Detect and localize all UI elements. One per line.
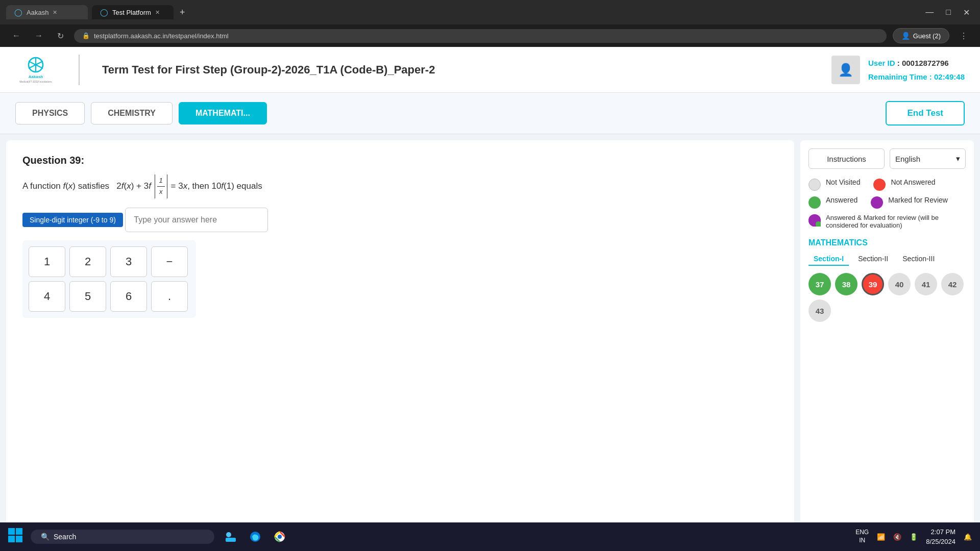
section-tab-II[interactable]: Section-II bbox=[853, 253, 893, 266]
user-info: 👤 User ID : 00012872796 Remaining Time :… bbox=[831, 56, 965, 84]
numpad-dot[interactable]: . bbox=[151, 281, 188, 312]
taskbar-right: ENGIN 📶 🔇 🔋 2:07 PM 8/25/2024 🔔 bbox=[855, 527, 972, 547]
question-number: Question 39: bbox=[22, 155, 778, 166]
taskbar: 🔍 Search ENGIN 📶 🔇 🔋 2:07 PM 8/25/2024 bbox=[0, 522, 980, 551]
question-text: A function f(x) satisfies 2f(x) + 3f 1 x… bbox=[22, 174, 778, 198]
tab-chemistry[interactable]: CHEMISTRY bbox=[91, 102, 173, 124]
legend-answered-marked: Answered & Marked for review (will be co… bbox=[808, 214, 966, 229]
language-indicator: ENGIN bbox=[855, 529, 869, 544]
q-btn-42[interactable]: 42 bbox=[941, 273, 964, 295]
section-tab-I[interactable]: Section-I bbox=[808, 253, 849, 266]
svg-point-12 bbox=[226, 532, 231, 537]
svg-rect-8 bbox=[8, 528, 15, 535]
user-details: User ID : 00012872796 Remaining Time : 0… bbox=[868, 56, 965, 84]
q-btn-43[interactable]: 43 bbox=[808, 299, 831, 322]
menu-button[interactable]: ⋮ bbox=[955, 29, 972, 43]
not-answered-icon bbox=[873, 179, 886, 191]
legend-answered: Answered Marked for Review bbox=[808, 196, 966, 209]
answer-input[interactable] bbox=[125, 208, 268, 232]
taskbar-edge[interactable] bbox=[247, 529, 263, 545]
marked-icon bbox=[871, 196, 883, 209]
time-display: 2:07 PM 8/25/2024 bbox=[926, 527, 955, 547]
browser-titlebar: ◯ Aakash ✕ ◯ Test Platform ✕ + — □ ✕ bbox=[0, 0, 980, 24]
taskbar-gallery[interactable] bbox=[223, 529, 239, 545]
q-btn-38[interactable]: 38 bbox=[835, 273, 857, 295]
address-bar[interactable]: 🔒 testplatform.aakash.ac.in/testpanel/in… bbox=[74, 29, 887, 43]
svg-rect-11 bbox=[16, 536, 22, 542]
section-title: MATHEMATICS bbox=[808, 238, 966, 247]
battery-icon: 🔋 bbox=[910, 533, 918, 541]
app-header: Aakash Medical|IIT-JEE|Foundations Term … bbox=[0, 47, 980, 93]
profile-button[interactable]: 👤 Guest (2) bbox=[893, 28, 949, 43]
back-button[interactable]: ← bbox=[8, 29, 24, 42]
question-grid: 37 38 39 40 41 42 43 bbox=[808, 273, 966, 322]
main-content: Question 39: A function f(x) satisfies 2… bbox=[0, 134, 980, 525]
logo-area: Aakash Medical|IIT-JEE|Foundations bbox=[15, 55, 56, 85]
svg-text:Medical|IIT-JEE|Foundations: Medical|IIT-JEE|Foundations bbox=[19, 80, 52, 83]
svg-rect-10 bbox=[8, 536, 15, 542]
browser-navbar: ← → ↻ 🔒 testplatform.aakash.ac.in/testpa… bbox=[0, 24, 980, 47]
legend: Not Visited Not Answered Answered Marked… bbox=[808, 178, 966, 229]
svg-rect-9 bbox=[16, 528, 22, 535]
numpad-minus[interactable]: − bbox=[151, 246, 188, 277]
start-button[interactable] bbox=[8, 528, 22, 545]
chevron-down-icon: ▾ bbox=[956, 154, 960, 163]
numpad-4[interactable]: 4 bbox=[29, 281, 65, 312]
answered-icon bbox=[808, 196, 821, 209]
svg-point-7 bbox=[816, 221, 821, 227]
q-btn-37[interactable]: 37 bbox=[808, 273, 831, 295]
tab-close-aakash[interactable]: ✕ bbox=[53, 9, 57, 16]
numpad-5[interactable]: 5 bbox=[69, 281, 106, 312]
end-test-button[interactable]: End Test bbox=[886, 101, 965, 126]
tab-close-test[interactable]: ✕ bbox=[155, 9, 160, 16]
numpad-1[interactable]: 1 bbox=[29, 246, 65, 277]
instructions-button[interactable]: Instructions bbox=[808, 148, 885, 169]
svg-rect-13 bbox=[226, 538, 236, 542]
tab-mathematics[interactable]: MATHEMATI... bbox=[179, 102, 267, 124]
q-btn-39[interactable]: 39 bbox=[862, 273, 884, 295]
not-visited-icon bbox=[808, 179, 821, 191]
tab-test[interactable]: ◯ Test Platform ✕ bbox=[92, 5, 174, 19]
new-tab-button[interactable]: + bbox=[180, 7, 185, 18]
language-selector[interactable]: English ▾ bbox=[890, 148, 966, 169]
q-btn-40[interactable]: 40 bbox=[888, 273, 911, 295]
q-btn-41[interactable]: 41 bbox=[915, 273, 937, 295]
legend-not-visited: Not Visited Not Answered bbox=[808, 178, 966, 191]
tab-aakash[interactable]: ◯ Aakash ✕ bbox=[6, 5, 88, 19]
section-tabs: Section-I Section-II Section-III bbox=[808, 253, 966, 266]
wifi-icon: 📶 bbox=[877, 533, 885, 541]
volume-icon: 🔇 bbox=[893, 533, 901, 541]
numpad-2[interactable]: 2 bbox=[69, 246, 106, 277]
answered-marked-icon bbox=[808, 214, 821, 227]
question-panel: Question 39: A function f(x) satisfies 2… bbox=[6, 140, 794, 525]
taskbar-chrome[interactable] bbox=[272, 529, 288, 545]
numpad-3[interactable]: 3 bbox=[110, 246, 147, 277]
numpad: 1 2 3 − 4 5 6 . bbox=[22, 240, 196, 318]
svg-text:Aakash: Aakash bbox=[29, 74, 43, 79]
section-tab-III[interactable]: Section-III bbox=[897, 253, 940, 266]
right-sidebar: Instructions English ▾ Not Visited Not A… bbox=[800, 140, 974, 525]
logo-svg: Aakash Medical|IIT-JEE|Foundations bbox=[18, 56, 54, 84]
test-title: Term Test for First Step (Group-2)-2026_… bbox=[102, 63, 819, 77]
tab-physics[interactable]: PHYSICS bbox=[15, 102, 85, 124]
reload-button[interactable]: ↻ bbox=[53, 29, 68, 43]
question-badge: Single-digit integer (-9 to 9) bbox=[22, 213, 123, 227]
close-button[interactable]: ✕ bbox=[959, 6, 974, 19]
subject-tabs: PHYSICS CHEMISTRY MATHEMATI... End Test bbox=[0, 93, 980, 134]
svg-point-6 bbox=[808, 214, 821, 227]
forward-button[interactable]: → bbox=[31, 29, 47, 42]
sidebar-top-controls: Instructions English ▾ bbox=[808, 148, 966, 169]
header-divider bbox=[79, 55, 80, 85]
user-avatar: 👤 bbox=[831, 56, 860, 84]
minimize-button[interactable]: — bbox=[921, 6, 938, 19]
svg-point-16 bbox=[278, 535, 282, 539]
maximize-button[interactable]: □ bbox=[942, 6, 955, 19]
search-icon: 🔍 bbox=[41, 533, 50, 541]
numpad-6[interactable]: 6 bbox=[110, 281, 147, 312]
search-bar[interactable]: 🔍 Search bbox=[31, 530, 214, 544]
notification-icon: 🔔 bbox=[964, 533, 972, 541]
aakash-logo: Aakash Medical|IIT-JEE|Foundations bbox=[15, 55, 56, 85]
